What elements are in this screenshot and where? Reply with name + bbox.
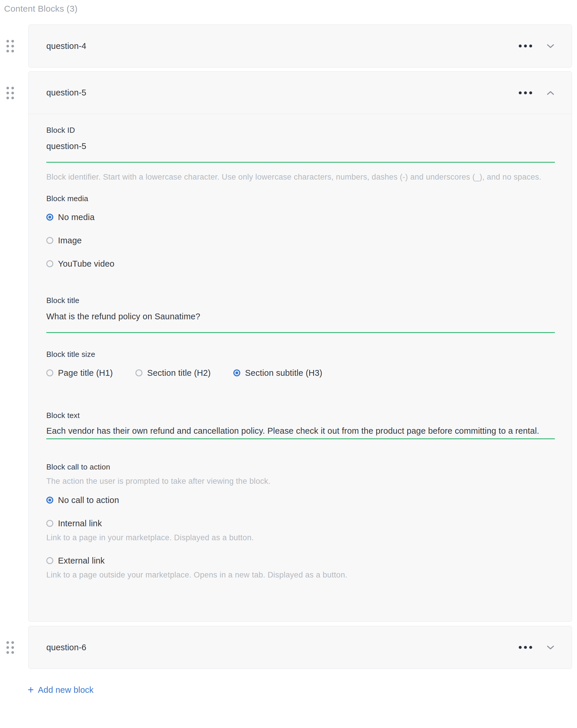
block-title-text: question-4 [46, 41, 86, 51]
radio-label: Page title (H1) [58, 368, 113, 378]
radio-icon[interactable] [46, 520, 53, 527]
block-card: question-4 [28, 24, 572, 68]
radio-option-section-title-h2[interactable]: Section title (H2) [135, 368, 210, 378]
radio-label: YouTube video [58, 259, 115, 269]
field-block-cta: Block call to action The action the user… [46, 462, 555, 580]
block-question-4: question-4 [28, 24, 572, 68]
page-title: Content Blocks (3) [4, 3, 577, 14]
radio-label: No call to action [58, 495, 119, 505]
block-cta-help: The action the user is prompted to take … [46, 476, 555, 486]
radio-label: No media [58, 212, 95, 222]
radio-option-internal-link[interactable]: Internal link [46, 518, 555, 528]
radio-label: Section title (H2) [147, 368, 210, 378]
radio-icon[interactable] [46, 497, 53, 503]
field-block-text: Block text Each vendor has their own ref… [46, 410, 555, 439]
block-id-help: Block identifier. Start with a lowercase… [46, 170, 555, 184]
content-blocks-panel: Content Blocks (3) question-4 [0, 0, 577, 696]
block-id-input[interactable]: question-5 [46, 141, 555, 163]
block-title-label: Block title [46, 295, 555, 305]
radio-icon[interactable] [135, 369, 143, 376]
more-options-icon[interactable] [517, 43, 534, 49]
radio-option-no-call-to-action[interactable]: No call to action [46, 495, 555, 505]
radio-label: External link [58, 556, 105, 566]
more-options-icon[interactable] [517, 644, 534, 651]
radio-icon[interactable] [46, 369, 53, 376]
radio-icon[interactable] [46, 214, 53, 220]
blocks-list: question-4 question-5 [28, 24, 572, 669]
block-header[interactable]: question-5 [28, 72, 572, 114]
radio-option-youtube-video[interactable]: YouTube video [46, 259, 555, 269]
block-card: question-5 Block ID question-5 Block ide… [28, 71, 572, 622]
radio-label: Image [58, 236, 82, 245]
block-question-5: question-5 Block ID question-5 Block ide… [28, 71, 572, 622]
drag-handle-icon[interactable] [6, 641, 14, 654]
block-title-input[interactable]: What is the refund policy on Saunatime? [46, 311, 555, 333]
radio-icon[interactable] [46, 237, 53, 244]
radio-option-section-subtitle-h3[interactable]: Section subtitle (H3) [233, 368, 322, 378]
radio-icon[interactable] [233, 369, 240, 376]
radio-row-title-size: Page title (H1) Section title (H2) Secti… [46, 368, 555, 378]
chevron-down-icon[interactable] [546, 644, 555, 651]
block-header[interactable]: question-6 [28, 626, 572, 669]
block-header[interactable]: question-4 [28, 25, 572, 67]
radio-option-no-media[interactable]: No media [46, 212, 555, 222]
external-link-help: Link to a page outside your marketplace.… [46, 570, 555, 580]
radio-option-image[interactable]: Image [46, 235, 555, 245]
radio-icon[interactable] [46, 557, 53, 564]
add-new-block-label: Add new block [38, 684, 94, 696]
block-text-label: Block text [46, 410, 555, 420]
field-block-media: Block media No media Image YouTube video [46, 193, 555, 269]
block-cta-label: Block call to action [46, 462, 555, 472]
radio-option-page-title-h1[interactable]: Page title (H1) [46, 368, 113, 378]
more-options-icon[interactable] [517, 90, 534, 96]
block-title-size-label: Block title size [46, 349, 555, 359]
block-form: Block ID question-5 Block identifier. St… [28, 114, 572, 621]
field-block-title: Block title What is the refund policy on… [46, 295, 555, 333]
add-new-block-button[interactable]: + Add new block [28, 684, 94, 696]
field-block-id: Block ID question-5 Block identifier. St… [46, 125, 555, 184]
field-block-title-size: Block title size Page title (H1) Section… [46, 349, 555, 378]
radio-label: Section subtitle (H3) [245, 368, 322, 378]
radio-icon[interactable] [46, 260, 53, 267]
block-question-6: question-6 [28, 626, 572, 669]
block-title-text: question-6 [46, 643, 86, 652]
block-card: question-6 [28, 626, 572, 669]
chevron-up-icon[interactable] [546, 89, 555, 96]
radio-option-external-link[interactable]: External link [46, 556, 555, 566]
chevron-down-icon[interactable] [546, 43, 555, 50]
drag-handle-icon[interactable] [6, 40, 14, 52]
drag-handle-icon[interactable] [6, 87, 14, 99]
block-media-label: Block media [46, 193, 555, 204]
block-title-text: question-5 [46, 88, 86, 98]
block-id-label: Block ID [46, 125, 555, 135]
internal-link-help: Link to a page in your marketplace. Disp… [46, 532, 555, 543]
radio-label: Internal link [58, 519, 102, 528]
block-text-input[interactable]: Each vendor has their own refund and can… [46, 424, 555, 439]
plus-icon: + [28, 684, 34, 696]
